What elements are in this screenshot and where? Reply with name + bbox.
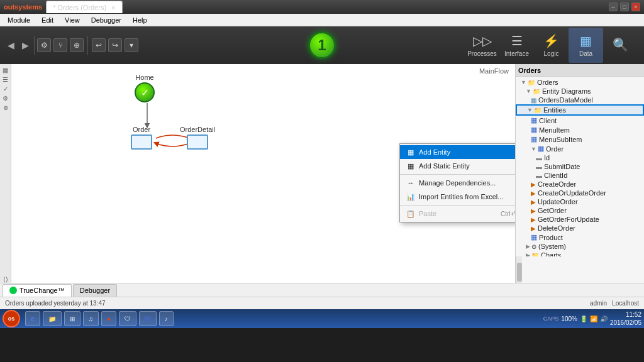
taskbar-ie[interactable]: e bbox=[25, 311, 40, 326]
canvas-area[interactable]: MainFlow Home ✓ Order bbox=[11, 64, 515, 283]
tab-truechange[interactable]: TrueChange™ bbox=[3, 284, 72, 297]
diagram-icon: ▦ bbox=[531, 97, 536, 104]
menu-debugger[interactable]: Debugger bbox=[86, 15, 126, 25]
tree-gofu-label: GetOrderForUpdate bbox=[538, 216, 599, 223]
tree-id-label: Id bbox=[544, 154, 550, 162]
right-panel-title: Orders bbox=[518, 67, 541, 74]
tree-menusubitem-label: MenuSubItem bbox=[539, 136, 582, 143]
window-controls: – □ × bbox=[609, 3, 640, 11]
logic-button[interactable]: ⚡ Logic bbox=[534, 28, 569, 63]
ctx-import-excel[interactable]: 📊 Import Entities from Excel... bbox=[400, 190, 515, 204]
tree-createorupdate[interactable]: ▶ CreateOrUpdateOrder bbox=[516, 189, 644, 197]
ctx-paste-icon: 📋 bbox=[406, 209, 415, 218]
tree-updateorder[interactable]: ▶ UpdateOrder bbox=[516, 197, 644, 206]
menu-module[interactable]: Module bbox=[3, 15, 35, 25]
taskbar-windows[interactable]: ⊞ bbox=[64, 311, 80, 326]
field-icon-sd: ▬ bbox=[536, 163, 542, 170]
tree-charts[interactable]: ▶ 📁 Charts bbox=[516, 251, 644, 256]
field-icon-id: ▬ bbox=[536, 155, 542, 162]
entity-icon-msi: ▦ bbox=[531, 135, 537, 143]
tab-close-btn[interactable]: × bbox=[111, 4, 115, 11]
tree-client[interactable]: ▦ Client bbox=[516, 116, 644, 125]
word-icon: W bbox=[145, 315, 150, 322]
folder-icon-entities: 📁 bbox=[534, 107, 541, 114]
tree-area[interactable]: ▼ 📁 Orders ▼ 📁 Entity Diagrams ▦ OrdersD… bbox=[516, 77, 644, 256]
ls-icon-2[interactable]: ☰ bbox=[3, 76, 8, 83]
taskbar-media[interactable]: ♫ bbox=[83, 311, 99, 326]
taskbar-chrome[interactable]: ● bbox=[101, 311, 116, 326]
taskbar-security[interactable]: 🛡 bbox=[119, 311, 136, 326]
tree-orders[interactable]: ▼ 📁 Orders bbox=[516, 78, 644, 87]
interface-button[interactable]: ☰ Interface bbox=[499, 28, 534, 63]
minimize-button[interactable]: – bbox=[609, 3, 618, 11]
orderdetail-node-box[interactable] bbox=[187, 134, 208, 150]
tab-debugger[interactable]: Debugger bbox=[73, 284, 117, 297]
interface-label: Interface bbox=[504, 50, 529, 57]
tree-order[interactable]: ▼ ▦ Order bbox=[516, 144, 644, 153]
processes-button[interactable]: ▷▷ Processes bbox=[465, 28, 499, 63]
tree-createorupdate-label: CreateOrUpdateOrder bbox=[538, 189, 606, 197]
ls-icon-5[interactable]: ⊕ bbox=[3, 104, 8, 111]
tree-entity-diagrams-label: Entity Diagrams bbox=[542, 87, 591, 95]
taskbar-word[interactable]: W bbox=[139, 311, 156, 326]
ls-icon-4[interactable]: ⚙ bbox=[3, 95, 8, 102]
tree-entity-diagrams[interactable]: ▼ 📁 Entity Diagrams bbox=[516, 87, 644, 96]
extra-button[interactable]: ⊕ bbox=[70, 38, 84, 52]
menu-bar: Module Edit View Debugger Help bbox=[0, 14, 644, 26]
tree-product[interactable]: ▦ Product bbox=[516, 233, 644, 242]
undo-button[interactable]: ↩ bbox=[92, 38, 106, 52]
system-icon: ⊙ bbox=[531, 243, 536, 250]
tree-getorder[interactable]: ▶ GetOrder bbox=[516, 206, 644, 215]
tree-submitdate[interactable]: ▬ SubmitDate bbox=[516, 162, 644, 171]
branch-button[interactable]: ⑂ bbox=[53, 38, 67, 52]
ls-icon-bottom[interactable]: ⟨⟩ bbox=[3, 276, 8, 283]
order-node-box[interactable] bbox=[131, 134, 152, 150]
data-button[interactable]: ▦ Data bbox=[569, 28, 603, 63]
fwd-button[interactable]: ▶ bbox=[19, 38, 31, 53]
scrollbar-thumb[interactable] bbox=[517, 263, 522, 282]
tree-system[interactable]: ▶ ⊙ (System) bbox=[516, 242, 644, 251]
extra2-button[interactable]: ▾ bbox=[125, 38, 138, 52]
ls-icon-1[interactable]: ▦ bbox=[3, 67, 8, 74]
maximize-button[interactable]: □ bbox=[620, 3, 629, 11]
menu-edit[interactable]: Edit bbox=[36, 15, 58, 25]
tree-id[interactable]: ▬ Id bbox=[516, 153, 644, 162]
tree-clientid[interactable]: ▬ ClientId bbox=[516, 171, 644, 180]
order-node-label: Order bbox=[133, 126, 150, 133]
taskbar-audio[interactable]: ♪ bbox=[159, 311, 174, 326]
home-node-icon: ✓ bbox=[135, 82, 155, 102]
ie-icon: e bbox=[31, 315, 35, 322]
order-node: Order bbox=[131, 126, 152, 150]
back-button[interactable]: ◀ bbox=[5, 38, 17, 53]
action-icon-gofu: ▶ bbox=[531, 216, 536, 223]
tree-entities[interactable]: ▼ 📁 Entities bbox=[516, 104, 644, 116]
start-button[interactable]: os bbox=[3, 310, 20, 327]
entity-icon-client: ▦ bbox=[531, 116, 537, 124]
tree-getorderforupdate[interactable]: ▶ GetOrderForUpdate bbox=[516, 215, 644, 224]
ls-icon-3[interactable]: ✓ bbox=[3, 85, 8, 92]
explorer-icon: 📁 bbox=[48, 315, 56, 322]
search-button[interactable]: 🔍 bbox=[603, 28, 638, 63]
tree-deleteorder[interactable]: ▶ DeleteOrder bbox=[516, 224, 644, 233]
redo-button[interactable]: ↪ bbox=[108, 38, 122, 52]
gear-button[interactable]: ⚙ bbox=[37, 38, 51, 52]
ctx-manage-deps[interactable]: ↔ Manage Dependencies... bbox=[400, 176, 515, 190]
tree-getorder-label: GetOrder bbox=[538, 207, 567, 214]
tree-clientid-label: ClientId bbox=[544, 172, 567, 179]
tree-menusubitem[interactable]: ▦ MenuSubItem bbox=[516, 134, 644, 144]
ctx-add-static-entity[interactable]: ▦ Add Static Entity bbox=[400, 159, 515, 173]
tree-createorder[interactable]: ▶ CreateOrder bbox=[516, 180, 644, 189]
step-badge: 1 bbox=[308, 31, 336, 59]
status-right: admin Localhost bbox=[590, 300, 639, 307]
main-tab[interactable]: * Orders (Orders) × bbox=[46, 1, 122, 13]
taskbar-explorer[interactable]: 📁 bbox=[43, 311, 62, 326]
ctx-add-entity[interactable]: ▦ Add Entity bbox=[400, 145, 515, 159]
tree-menuitem[interactable]: ▦ MenuItem bbox=[516, 125, 644, 134]
right-scrollbar[interactable] bbox=[516, 256, 522, 283]
menu-help[interactable]: Help bbox=[128, 15, 152, 25]
ctx-manage-deps-label: Manage Dependencies... bbox=[419, 179, 496, 187]
close-button[interactable]: × bbox=[631, 3, 640, 11]
menu-view[interactable]: View bbox=[60, 15, 85, 25]
tree-orders-data-model[interactable]: ▦ OrdersDataModel bbox=[516, 96, 644, 104]
ctx-add-static-label: Add Static Entity bbox=[419, 162, 470, 170]
